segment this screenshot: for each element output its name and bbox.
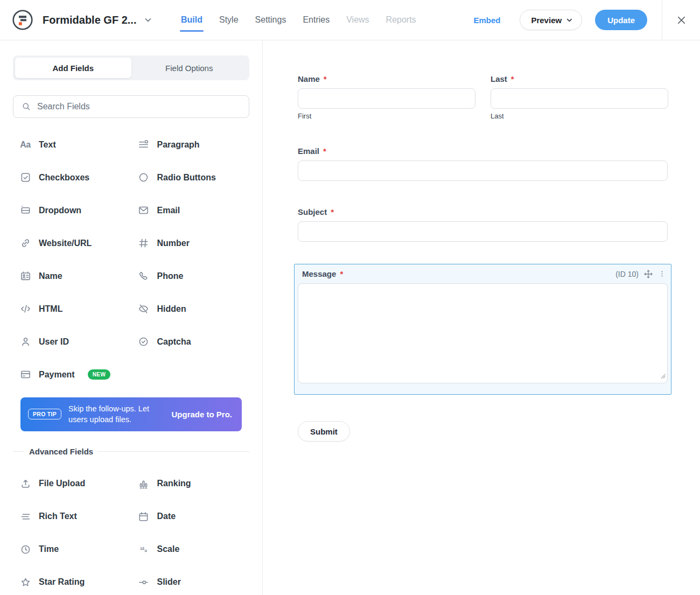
field-item-hidden[interactable]: Hidden — [131, 292, 250, 325]
field-email[interactable]: Email * — [298, 146, 668, 181]
preview-button-label: Preview — [531, 16, 562, 25]
tab-entries[interactable]: Entries — [303, 0, 330, 40]
required-asterisk: * — [324, 74, 327, 83]
field-name-last[interactable]: Last * Last — [491, 74, 668, 120]
upgrade-to-pro-link[interactable]: Upgrade to Pro. — [171, 410, 232, 419]
chevron-down-icon — [566, 17, 573, 24]
move-field-icon[interactable] — [643, 269, 653, 279]
required-asterisk: * — [323, 146, 326, 156]
rich-text-icon — [19, 510, 31, 522]
field-sublabel: First — [298, 112, 475, 120]
required-asterisk: * — [331, 207, 334, 216]
tab-views[interactable]: Views — [346, 0, 369, 40]
tab-add-fields[interactable]: Add Fields — [15, 58, 131, 78]
field-item-scale[interactable]: ¹²₃ Scale — [131, 533, 250, 566]
field-item-email[interactable]: Email — [131, 194, 250, 227]
field-label: Name — [298, 74, 320, 83]
field-item-file-upload[interactable]: File Upload — [13, 467, 131, 500]
field-item-dropdown[interactable]: Dropdown — [13, 194, 131, 227]
upgrade-banner[interactable]: PRO TIP Skip the follow-ups. Let users u… — [20, 397, 242, 431]
field-sublabel: Last — [491, 112, 668, 120]
field-label: Message — [302, 269, 336, 278]
field-id-badge: (ID 10) — [615, 270, 639, 278]
field-item-website-url[interactable]: Website/URL — [13, 227, 131, 260]
field-item-number[interactable]: Number — [131, 227, 250, 260]
tab-field-options[interactable]: Field Options — [131, 58, 248, 78]
selected-field-header: Message * (ID 10) — [298, 264, 668, 283]
search-icon — [20, 101, 32, 113]
email-input[interactable] — [298, 160, 668, 181]
credit-card-icon — [19, 369, 31, 381]
scale-123-icon: ¹²₃ — [138, 543, 150, 555]
divider — [13, 451, 24, 452]
fields-sidebar: Add Fields Field Options Aa Text — [0, 40, 263, 595]
field-label: Email — [298, 146, 319, 156]
dropdown-icon — [19, 205, 31, 216]
subject-input[interactable] — [298, 221, 668, 242]
field-item-name[interactable]: Name — [13, 260, 131, 292]
name-fields-row: Name * First Last * Last — [298, 74, 668, 120]
pro-tip-badge: PRO TIP — [28, 409, 61, 419]
field-item-ranking[interactable]: Ranking — [131, 467, 250, 500]
field-item-time[interactable]: Time — [13, 533, 131, 566]
checkbox-icon — [19, 172, 31, 184]
builder-content: Add Fields Field Options Aa Text — [0, 40, 700, 595]
tab-build[interactable]: Build — [181, 0, 202, 40]
embed-button[interactable]: Embed — [473, 16, 500, 25]
eye-off-icon — [138, 303, 150, 315]
field-options-kebab-icon[interactable] — [658, 270, 666, 278]
advanced-fields-header: Advanced Fields — [13, 447, 249, 456]
field-item-rich-text[interactable]: Rich Text — [13, 500, 131, 533]
field-item-captcha[interactable]: Captcha — [131, 325, 250, 358]
form-canvas: Name * First Last * Last — [263, 40, 700, 595]
form-switcher-chevron-icon[interactable] — [144, 16, 152, 24]
upload-icon — [19, 478, 31, 489]
bar-chart-icon — [138, 478, 150, 489]
basic-fields-grid: Aa Text Paragraph Checkboxes — [13, 128, 249, 391]
field-item-slider[interactable]: Slider — [131, 566, 250, 595]
field-item-radio-buttons[interactable]: Radio Buttons — [131, 161, 250, 194]
tab-settings[interactable]: Settings — [255, 0, 286, 40]
user-icon — [19, 336, 31, 348]
field-message-selected[interactable]: Message * (ID 10) — [294, 264, 671, 395]
field-item-checkboxes[interactable]: Checkboxes — [13, 161, 131, 194]
form-title: Formidable GF 2... — [43, 14, 136, 26]
field-item-phone[interactable]: Phone — [131, 260, 250, 292]
field-item-text[interactable]: Aa Text — [13, 128, 131, 161]
clock-icon — [19, 543, 31, 555]
field-label: Subject — [298, 207, 327, 216]
link-icon — [19, 237, 31, 249]
hash-icon — [138, 237, 150, 249]
search-fields-input[interactable] — [37, 102, 242, 111]
required-asterisk: * — [511, 74, 514, 83]
tab-reports[interactable]: Reports — [386, 0, 416, 40]
field-item-star-rating[interactable]: Star Rating — [13, 566, 131, 595]
field-item-date[interactable]: Date — [131, 500, 250, 533]
first-name-input[interactable] — [298, 88, 475, 109]
sidebar-mode-toggle: Add Fields Field Options — [13, 55, 249, 80]
topbar: Formidable GF 2... Build Style Settings … — [0, 0, 700, 40]
last-name-input[interactable] — [491, 88, 668, 109]
field-item-user-id[interactable]: User ID — [13, 325, 131, 358]
code-icon — [19, 303, 31, 315]
submit-button[interactable]: Submit — [298, 421, 350, 442]
slider-icon — [138, 576, 150, 588]
field-item-payment[interactable]: Payment NEW — [13, 358, 131, 391]
field-subject[interactable]: Subject * — [298, 207, 668, 242]
text-icon: Aa — [19, 139, 31, 151]
builder-nav-tabs: Build Style Settings Entries Views Repor… — [181, 0, 416, 40]
close-area — [662, 0, 700, 40]
preview-button[interactable]: Preview — [520, 10, 582, 30]
formidable-builder-app: Formidable GF 2... Build Style Settings … — [0, 0, 700, 595]
new-badge: NEW — [88, 369, 111, 380]
field-label: Last — [491, 74, 507, 83]
field-item-html[interactable]: HTML — [13, 292, 131, 325]
close-icon[interactable] — [673, 12, 690, 29]
field-item-paragraph[interactable]: Paragraph — [131, 128, 250, 161]
required-asterisk: * — [340, 269, 343, 278]
update-button[interactable]: Update — [595, 10, 647, 30]
message-textarea[interactable] — [298, 283, 668, 383]
field-name-first[interactable]: Name * First — [298, 74, 475, 120]
tab-style[interactable]: Style — [219, 0, 239, 40]
divider — [98, 451, 249, 452]
